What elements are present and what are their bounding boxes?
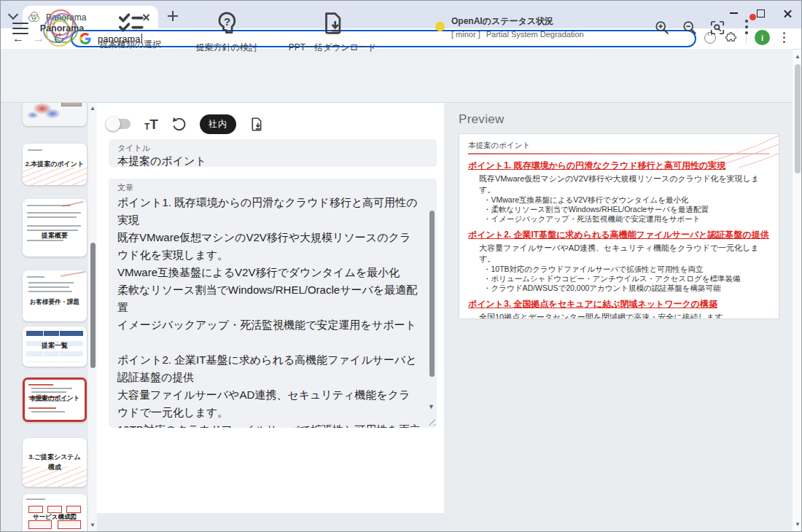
map-deco [44,109,61,119]
panorama-logo-text: Panorama [36,23,88,34]
textarea-resize-handle[interactable] [428,418,435,426]
edit-toggle-switch[interactable] [107,117,132,131]
text-format-icon: T [149,117,158,131]
thumbnail-title: 本提案のポイント [25,394,85,403]
section-lead: 既存VMware仮想マシンのV2V移行や大規模リソースのクラウド化を実現します。 [479,173,770,195]
slide-header-title: 本提案のポイント [468,141,770,151]
deco [28,506,43,513]
slide-thumbnail-2[interactable]: 2.本提案のポイント [23,144,87,185]
slide-download-button[interactable] [249,116,264,133]
deco [27,225,81,227]
slide-section-1: ポイント1. 既存環境からの円滑なクラウド移行と高可用性の実現 既存VMware… [468,160,770,224]
deco [28,384,53,386]
deco [61,271,85,277]
slide-thumbnail-6-selected[interactable]: 本提案のポイント [23,378,87,422]
status-detail: [ minor ]Partial System Degradation [451,30,584,39]
slide-thumbnail-sidebar: 2.本提案のポイント 提案概要 お客様要件・課題 [1,103,88,532]
openai-status: OpenAIのステータス状況 [ minor ]Partial System D… [435,15,584,39]
body-textarea[interactable]: 文章 ポイント1. 既存環境からの円滑なクラウド移行と高可用性の実現 既存VMw… [109,179,437,428]
window-close-button[interactable] [775,1,800,26]
thumbnail-title: 提案一覧 [23,341,87,351]
url-bar[interactable]: panorama [71,30,696,47]
page-scroll-down-icon[interactable]: ▼ [795,522,801,528]
deco [23,466,87,487]
notification-dot [750,14,756,20]
thumbnail-title: サービス構成図 [23,513,87,522]
slide-thumbnail-5[interactable]: 提案一覧 [23,326,87,367]
slide-thumbnail-3[interactable]: 提案概要 [23,199,87,257]
zoom-out-button[interactable] [680,18,699,37]
panorama-favicon-icon [28,12,40,23]
deco [28,286,69,288]
scroll-up-icon[interactable]: ▲ [90,106,96,112]
deco [31,411,65,412]
deco [62,201,84,207]
section-bullet: ・VMware互換基盤によるV2V移行でダウンタイムを最小化 [483,195,770,205]
menu-hamburger-button[interactable] [12,23,28,34]
title-field[interactable]: タイトル 本提案のポイント [109,139,437,167]
slide-thumbnail-7[interactable]: 3.ご提案システム構成 [23,438,87,487]
plus-icon [172,11,174,21]
section-bullet: ・10TB対応のクラウドファイルサーバで拡張性と可用性を両立 [483,265,770,274]
page-scrollbar[interactable]: ▲ ▼ [792,50,802,532]
deco [28,407,56,409]
sidebar-scrollbar[interactable]: ▲ ▼ [88,103,97,532]
text-format-icon: T [144,122,149,131]
step-proposal-policy[interactable]: ? 提案方針の検討 [195,10,259,54]
editor-controls: TT 社内 [107,114,264,134]
text-format-button[interactable]: TT [144,117,158,131]
app-content: 2.本提案のポイント 提案概要 お客様要件・課題 [1,103,792,532]
deco [28,149,42,151]
deco [28,291,72,292]
internal-badge[interactable]: 社内 [200,114,236,134]
step-label: 提案種類の選択 [100,39,161,51]
map-deco [27,112,39,119]
step-proposal-type[interactable]: 提案種類の選択 [98,10,163,51]
textarea-scrollbar-thumb[interactable] [429,211,435,377]
map-photo-inset [61,103,82,106]
minimize-icon [730,12,738,14]
step-label: 提案方針の検討 [196,42,257,54]
deco [31,388,72,389]
section-heading: ポイント1. 既存環境からの円滑なクラウド移行と高可用性の実現 [468,160,770,172]
new-tab-button[interactable] [166,9,180,23]
thumbnail-title: お客様要件・課題 [23,298,87,307]
avatar-letter: i [761,34,763,42]
section-lead: 大容量ファイルサーバやAD連携、セキュリティ機能をクラウドで一元化します。 [479,243,770,265]
step-ppt-download[interactable]: PPT一括ダウンロード [287,10,378,54]
slide-thumbnail-1[interactable] [23,103,87,126]
body-text[interactable]: ポイント1. 既存環境からの円滑なクラウド移行と高可用性の実現 既存VMware… [117,194,421,428]
title-field-value[interactable]: 本提案のポイント [109,154,437,168]
textarea-scroll-down-icon[interactable]: ▼ [428,403,435,410]
ppt-download-icon [320,10,345,36]
slide-section-2: ポイント2. 企業IT基盤に求められる高機能ファイルサーバと認証基盤の提供 大容… [468,229,770,293]
slide-section-3: ポイント3. 全国拠点をセキュアに結ぶ閉域ネットワークの構築 全国10拠点とデー… [468,298,770,319]
page-scrollbar-thumb[interactable] [795,64,801,173]
deco [28,282,74,283]
scroll-down-icon[interactable]: ▼ [90,523,96,528]
section-lead: 全国10拠点とデータセンター間を閉域網で高速・安全に接続します。 [479,312,770,319]
chevron-down-icon [8,9,18,20]
slide-header-rule [468,153,770,154]
preview-panel: Preview 本提案のポイント ポイント1. 既存環境からの円滑なクラウド移行… [444,103,792,532]
status-level-dot [435,22,445,31]
section-bullet: ・クラウドAD/WSUSで20,000アカウント規模の認証基盤を構築可能 [483,283,770,293]
profile-avatar[interactable]: i [755,30,770,45]
slide-editor-panel: TT 社内 タイトル 本提案のポイント [97,103,444,513]
browser-menu-button[interactable] [778,31,790,45]
deco [47,506,62,513]
status-title: OpenAIのステータス状況 [451,15,584,28]
browser-window: Panorama ← → panorama i [0,0,802,532]
slide-thumbnail-4[interactable]: お客様要件・課題 [23,270,87,321]
thinking-head-icon: ? [214,10,240,36]
sidebar-scrollbar-thumb[interactable] [90,243,96,368]
page-scroll-up-icon[interactable]: ▲ [795,54,801,60]
zoom-in-button[interactable] [653,18,671,37]
section-heading: ポイント2. 企業IT基盤に求められる高機能ファイルサーバと認証基盤の提供 [468,229,770,241]
tab-search-chevron-icon[interactable] [7,9,20,21]
deco [66,506,81,513]
fit-view-button[interactable] [708,18,727,37]
app-menu-button[interactable] [739,17,755,37]
slide-thumbnail-8[interactable]: サービス構成図 [23,494,87,532]
regenerate-button[interactable] [171,116,187,133]
